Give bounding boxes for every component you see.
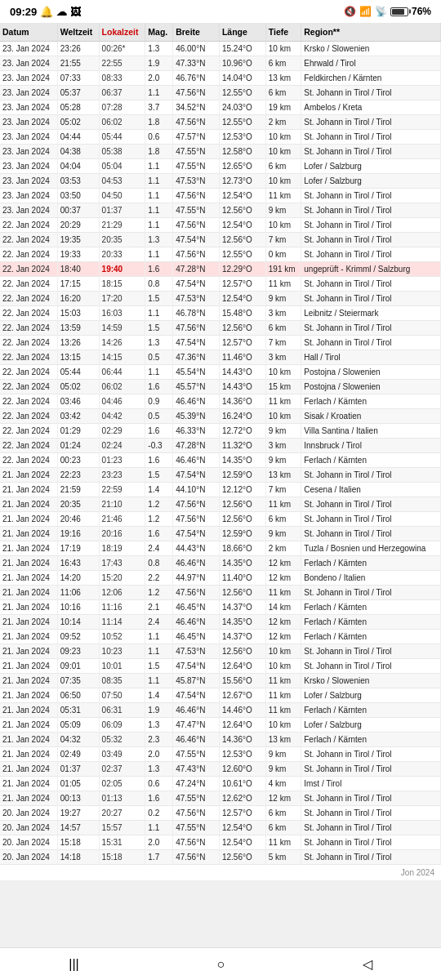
table-cell: 11 km [265,394,301,409]
table-cell: 23. Jan 2024 [0,145,57,159]
table-cell: 06:02 [99,380,145,394]
table-cell: Lofer / Salzburg [301,174,441,189]
table-cell: 06:37 [99,86,145,100]
table-cell: 47.28°N [173,262,220,277]
table-cell: 12.59°O [219,527,265,541]
table-cell: St. Johann in Tirol / Tirol [301,497,441,512]
table-cell: 11:14 [99,615,145,630]
table-cell: 01:37 [57,762,99,777]
table-cell: 07:33 [57,71,99,86]
table-cell: 10:23 [99,644,145,659]
table-cell: 1.4 [145,483,173,497]
table-cell: 12 km [265,615,301,630]
table-cell: 12.55°O [219,115,265,130]
table-cell: Postojna / Slowenien [301,380,441,394]
table-cell: 09:23 [57,644,99,659]
table-cell: 22. Jan 2024 [0,453,57,468]
table-cell: 03:46 [57,394,99,409]
table-cell: 21. Jan 2024 [0,468,57,483]
table-cell: 12.65°O [219,159,265,174]
table-cell: 16:03 [99,306,145,321]
table-cell: 23. Jan 2024 [0,174,57,189]
table-cell: 22. Jan 2024 [0,262,57,277]
table-cell: 15:18 [99,850,145,865]
nav-menu-button[interactable]: ||| [52,954,95,975]
table-cell: St. Johann in Tirol / Tirol [301,203,441,218]
table-cell: 46.45°N [173,600,220,615]
table-cell: 17:19 [57,541,99,556]
table-cell: Imst / Tirol [301,777,441,791]
table-cell: 10 km [265,42,301,56]
table-cell: 04:38 [57,145,99,159]
table-cell: St. Johann in Tirol / Tirol [301,130,441,145]
table-cell: 47.54°N [173,468,220,483]
table-cell: 20:29 [57,218,99,233]
table-cell: 2.1 [145,600,173,615]
table-cell: 1.1 [145,644,173,659]
table-cell: 2 km [265,541,301,556]
table-row: 23. Jan 202407:3308:332.046.76°N14.04°O1… [0,71,441,86]
table-cell: Tuzla / Bosnien und Herzegowina [301,541,441,556]
table-cell: 15:03 [57,306,99,321]
table-cell: 9 km [265,424,301,439]
table-cell: Ferlach / Kärnten [301,733,441,747]
table-cell: 1.2 [145,497,173,512]
table-cell: 12.56°O [219,497,265,512]
table-cell: 23. Jan 2024 [0,56,57,71]
table-cell: 0.8 [145,277,173,292]
table-cell: 1.6 [145,453,173,468]
earthquake-table-container: Datum Weltzeit Lokalzeit Mag. Breite Län… [0,23,441,865]
table-cell: 14.37°O [219,630,265,644]
table-cell: 04:42 [99,409,145,424]
table-cell: 6 km [265,86,301,100]
table-cell: 11 km [265,497,301,512]
table-cell: 3.7 [145,100,173,115]
table-cell: 01:05 [57,777,99,791]
table-cell: 23:23 [99,468,145,483]
table-cell: 12 km [265,556,301,571]
table-cell: 1.1 [145,306,173,321]
table-cell: 12.56°O [219,233,265,247]
table-cell: 09:01 [57,659,99,674]
table-cell: 45.39°N [173,409,220,424]
table-cell: 14:18 [57,850,99,865]
table-cell: 09:52 [57,630,99,644]
table-cell: 13:26 [57,336,99,350]
table-cell: St. Johann in Tirol / Tirol [301,277,441,292]
table-cell: Leibnitz / Steiermark [301,306,441,321]
table-cell: 46.78°N [173,306,220,321]
table-row: 22. Jan 202403:4204:420.545.39°N16.24°O1… [0,409,441,424]
table-cell: 20:35 [57,497,99,512]
table-cell: 46.46°N [173,733,220,747]
earthquake-table: Datum Weltzeit Lokalzeit Mag. Breite Län… [0,23,441,865]
table-cell: 21. Jan 2024 [0,630,57,644]
table-cell: Ferlach / Kärnten [301,615,441,630]
table-cell: 21. Jan 2024 [0,762,57,777]
table-row: 22. Jan 202418:4019:401.647.28°N12.29°O1… [0,262,441,277]
table-cell: 20:33 [99,247,145,262]
table-cell: 14 km [265,600,301,615]
table-row: 21. Jan 202410:1411:142.446.46°N14.35°O1… [0,615,441,630]
table-cell: 05:04 [99,159,145,174]
nav-home-button[interactable]: ○ [200,954,241,975]
table-cell: 11 km [265,688,301,703]
table-cell: 1.5 [145,292,173,306]
table-cell: 2.2 [145,571,173,586]
table-row: 20. Jan 202414:5715:571.147.55°N12.54°O6… [0,821,441,835]
table-cell: 22. Jan 2024 [0,233,57,247]
table-cell: 46.00°N [173,42,220,56]
table-cell: 12.56°O [219,850,265,865]
table-cell: Ferlach / Kärnten [301,394,441,409]
table-cell: 20:16 [99,527,145,541]
table-cell: 47.24°N [173,777,220,791]
table-cell: 19:35 [57,233,99,247]
nav-back-button[interactable]: ◁ [346,953,389,975]
table-row: 23. Jan 202403:5304:531.147.53°N12.73°O1… [0,174,441,189]
table-cell: 19:16 [57,527,99,541]
table-cell: 47.54°N [173,688,220,703]
table-cell: 45.54°N [173,365,220,380]
table-row: 21. Jan 202402:4903:492.047.55°N12.53°O9… [0,747,441,762]
table-row: 20. Jan 202419:2720:270.247.56°N12.57°O6… [0,806,441,821]
table-cell: 45.87°N [173,674,220,688]
table-cell: 12.60°O [219,762,265,777]
